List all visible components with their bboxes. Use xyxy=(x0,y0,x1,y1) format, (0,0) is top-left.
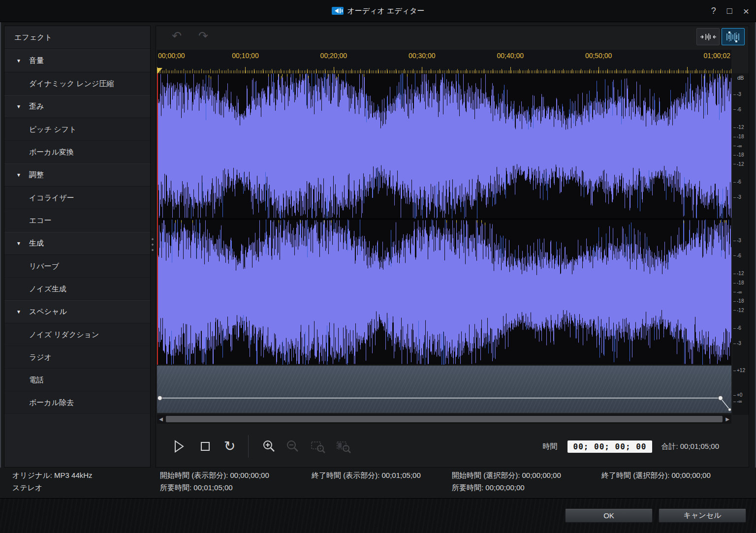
cancel-button[interactable]: キャンセル xyxy=(659,508,746,523)
effect-item[interactable]: ノイズ リダクション xyxy=(4,323,150,346)
effect-item[interactable]: リバーブ xyxy=(4,255,150,278)
collapse-triangle-icon[interactable]: ▼ xyxy=(16,309,29,314)
ruler-tick xyxy=(237,69,237,73)
ruler-tick xyxy=(705,69,705,73)
ruler-label: 00;10;00 xyxy=(223,52,267,60)
ruler-label: 00;00;00 xyxy=(158,52,185,60)
db-label: -12 xyxy=(733,271,744,276)
envelope-edit-view-icon xyxy=(725,31,742,42)
scrollbar-thumb[interactable] xyxy=(166,416,723,422)
ruler-tick xyxy=(634,69,634,73)
zoom-out-button[interactable] xyxy=(285,439,301,454)
stop-button[interactable] xyxy=(197,439,213,454)
channel-mode-text: ステレオ xyxy=(12,483,42,493)
effect-group-header[interactable]: ▼音量 xyxy=(4,49,150,72)
effect-item[interactable]: ボーカル除去 xyxy=(4,391,150,414)
effect-item[interactable]: ラジオ xyxy=(4,346,150,369)
undo-button[interactable]: ↶ xyxy=(172,29,182,43)
db-label: -3 xyxy=(733,238,741,243)
waveform-right-channel[interactable] xyxy=(157,219,731,365)
waveform-left-channel[interactable] xyxy=(157,73,731,219)
envelope-path[interactable] xyxy=(160,398,730,410)
view-toggle-group xyxy=(696,28,745,45)
collapse-triangle-icon[interactable]: ▼ xyxy=(16,58,29,63)
volume-envelope-strip[interactable] xyxy=(157,366,731,413)
effect-item[interactable]: エコー xyxy=(4,209,150,232)
close-button[interactable]: × xyxy=(743,6,749,16)
titlebar: オーディオ エディター ? □ × xyxy=(0,0,756,22)
zoom-out-icon xyxy=(285,439,301,454)
db-label: -6 xyxy=(733,107,741,112)
playhead[interactable] xyxy=(157,73,158,365)
ruler-tick xyxy=(572,69,572,73)
effect-item[interactable]: ボーカル変換 xyxy=(4,141,150,163)
effect-item[interactable]: 電話 xyxy=(4,369,150,391)
ruler-tick xyxy=(387,69,387,73)
db-label: -3 xyxy=(733,92,741,97)
db-label: -12 xyxy=(733,125,744,130)
effect-group-header[interactable]: ▼スペシャル xyxy=(4,300,150,323)
ruler-tick xyxy=(581,69,581,73)
panel-resize-handle[interactable] xyxy=(152,237,154,252)
scroll-left-arrow[interactable]: ◀ xyxy=(157,416,165,422)
editor-toolbar: ↶ ↷ xyxy=(156,26,749,49)
stretch-view-button[interactable] xyxy=(696,28,720,45)
ruler-tick xyxy=(537,69,537,73)
ruler-tick xyxy=(563,69,564,73)
play-button[interactable] xyxy=(171,439,187,454)
ruler-tick xyxy=(219,69,220,73)
envelope-keyframe[interactable] xyxy=(728,408,731,411)
ruler-tick xyxy=(272,69,272,73)
ruler-tick xyxy=(378,69,378,73)
effect-item[interactable]: ノイズ生成 xyxy=(4,278,150,300)
db-scale-title: dB xyxy=(737,75,744,81)
status-bar: オリジナル: MP3 44kHz ステレオ 開始時間 (表示部分): 00;00… xyxy=(0,468,756,498)
ruler-label: 01;00;02 xyxy=(704,52,731,60)
effect-group-header[interactable]: ▼生成 xyxy=(4,232,150,255)
ruler-tick xyxy=(228,69,228,73)
effect-group-header[interactable]: ▼歪み xyxy=(4,95,150,118)
current-time-display[interactable]: 00; 00; 00; 00 xyxy=(567,440,653,453)
db-label: -6 xyxy=(733,325,741,331)
effect-item[interactable]: ピッチ シフト xyxy=(4,118,150,141)
ruler-tick xyxy=(351,69,352,73)
envelope-keyframe[interactable] xyxy=(158,396,162,400)
zoom-selection-button[interactable] xyxy=(310,439,326,454)
volume-envelope-line[interactable] xyxy=(157,366,731,413)
waveform-display[interactable] xyxy=(157,73,731,365)
envelope-edit-view-button[interactable] xyxy=(722,28,745,45)
selection-duration: 所要時間: 00;00;00;00 xyxy=(452,483,525,493)
help-button[interactable]: ? xyxy=(711,6,716,15)
collapse-triangle-icon[interactable]: ▼ xyxy=(16,172,29,178)
collapse-triangle-icon[interactable]: ▼ xyxy=(16,104,29,109)
redo-button[interactable]: ↷ xyxy=(198,29,208,43)
audio-editor-window: オーディオ エディター ? □ × エフェクト ▼音量ダイナミック レンジ圧縮▼… xyxy=(0,0,756,533)
effect-group-label: 音量 xyxy=(29,56,44,65)
zoom-fit-selection-button[interactable] xyxy=(335,439,352,454)
ruler-tick xyxy=(661,69,661,73)
ruler-tick xyxy=(493,69,493,73)
scroll-right-arrow[interactable]: ▶ xyxy=(724,416,731,422)
ruler-tick xyxy=(281,69,281,73)
loop-button[interactable]: ↻ xyxy=(224,439,235,453)
ruler-tick xyxy=(245,67,246,73)
effect-item[interactable]: イコライザー xyxy=(4,187,150,209)
envelope-keyframe[interactable] xyxy=(718,396,723,400)
original-format-text: オリジナル: MP3 44kHz xyxy=(12,471,93,480)
effect-group-header[interactable]: ▼調整 xyxy=(4,163,150,187)
horizontal-scrollbar[interactable]: ◀ ▶ xyxy=(157,414,731,424)
ruler-tick xyxy=(696,69,696,73)
zoom-in-button[interactable] xyxy=(261,439,277,454)
ruler-tick xyxy=(422,67,422,73)
zoom-fit-selection-icon xyxy=(335,439,352,454)
maximize-button[interactable]: □ xyxy=(727,6,732,15)
ok-button[interactable]: OK xyxy=(565,508,653,523)
envelope-scale-label: +12 xyxy=(733,368,745,373)
timeline-ruler[interactable]: 00;00;0000;10;0000;20;0000;30;0000;40;00… xyxy=(157,50,731,73)
ruler-tick xyxy=(554,69,555,73)
collapse-triangle-icon[interactable]: ▼ xyxy=(16,241,29,246)
ruler-tick xyxy=(431,69,431,73)
title-area: オーディオ エディター xyxy=(0,0,756,22)
editor-area: ↶ ↷ xyxy=(156,26,749,468)
effect-item[interactable]: ダイナミック レンジ圧縮 xyxy=(4,72,150,95)
